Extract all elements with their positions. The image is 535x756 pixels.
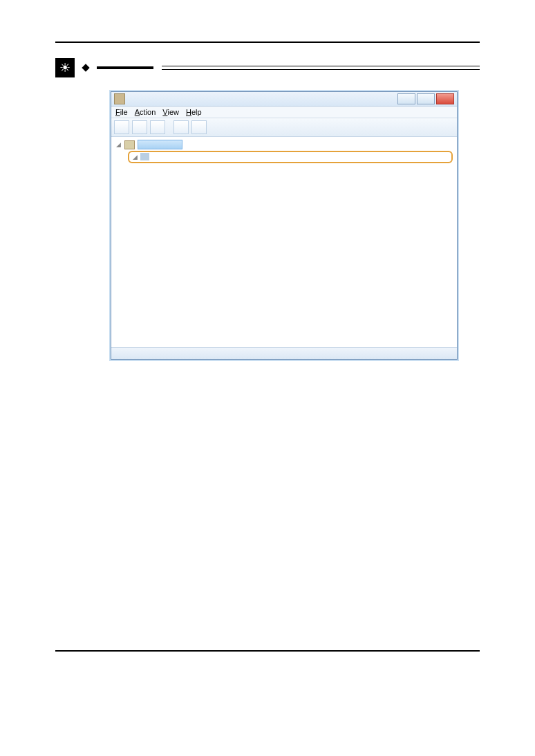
expander-icon[interactable]: ◢ [115,142,122,148]
forward-button[interactable] [132,120,147,134]
menu-action[interactable]: Action [135,108,156,116]
ports-highlight: ◢ [128,151,453,163]
expander-icon[interactable]: ◢ [132,154,138,160]
toolbar [111,118,457,137]
header-thick-line [97,66,153,69]
app-icon [114,93,125,104]
device-tree: ◢ ◢ [111,137,457,347]
menu-bar: File Action View Help [111,107,457,118]
menu-help[interactable]: Help [186,108,202,116]
titlebar[interactable] [111,92,457,107]
help-button[interactable] [173,120,189,134]
status-bar [111,347,457,359]
minimize-button[interactable] [397,93,415,104]
properties-button[interactable] [191,120,207,134]
menu-view[interactable]: View [162,108,179,116]
computer-root-icon [124,140,135,149]
menu-file[interactable]: File [115,108,128,116]
maximize-button[interactable] [417,93,435,104]
ports-icon [140,153,149,160]
hint-icon: ☀ [55,58,75,77]
root-node-selected[interactable] [138,140,182,149]
back-button[interactable] [114,120,129,134]
device-manager-window: File Action View Help ◢ [111,91,458,360]
header-double-line [162,66,480,70]
close-button[interactable] [436,93,454,104]
section-header: ☀ [55,58,480,77]
toolbar-separator [168,120,171,133]
page-bottom-rule [55,650,480,652]
show-hide-button[interactable] [150,120,165,134]
bullet-diamond [82,64,89,71]
page-top-rule [55,42,480,43]
